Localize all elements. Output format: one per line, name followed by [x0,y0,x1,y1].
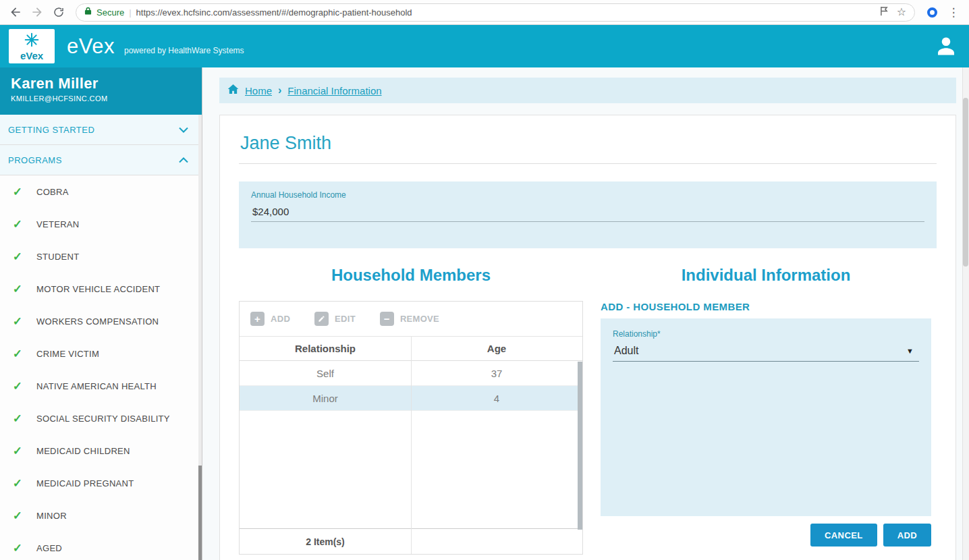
program-label: MOTOR VEHICLE ACCIDENT [36,284,160,294]
sidebar-item-student[interactable]: ✓STUDENT [0,240,202,273]
income-panel: Annual Household Income $24,000 [239,181,937,248]
member-form-panel: Relationship* Adult ▼ [601,318,931,516]
browser-toolbar: Secure | https://evex.hcfsinc.com/assess… [0,0,969,25]
remove-member-button[interactable]: − REMOVE [380,312,439,326]
breadcrumb-financial-link[interactable]: Financial Information [287,85,381,96]
household-members-title: Household Members [239,266,583,285]
edit-label: EDIT [335,314,356,324]
sidebar-section-programs[interactable]: PROGRAMS [0,145,202,175]
sidebar-item-aged[interactable]: ✓AGED [0,532,202,560]
lock-icon [84,6,92,18]
program-label: WORKERS COMPENSATION [36,316,159,327]
program-label: MEDICAID PREGNANT [36,478,134,488]
check-icon: ✓ [11,217,24,231]
refresh-icon[interactable] [50,3,67,21]
relationship-value: Adult [614,345,638,357]
address-bar[interactable]: Secure | https://evex.hcfsinc.com/assess… [76,3,915,22]
form-actions: CANCEL ADD [601,524,931,547]
check-icon: ✓ [11,314,24,329]
evex-logo: eVex [9,29,55,63]
check-icon: ✓ [11,476,24,491]
income-input[interactable]: $24,000 [251,200,924,222]
program-label: COBRA [36,187,69,197]
cancel-button[interactable]: CANCEL [810,524,877,547]
omnibox-divider: | [129,7,131,18]
check-icon: ✓ [11,250,24,264]
check-icon: ✓ [11,347,24,361]
add-button[interactable]: ADD [883,524,931,547]
remove-label: REMOVE [400,314,439,324]
patient-card: Jane Smith Annual Household Income $24,0… [219,115,956,560]
column-divider [411,337,412,554]
relationship-label: Relationship* [613,329,919,339]
chevron-down-icon [179,125,188,135]
sidebar-section-getting-started[interactable]: GETTING STARTED [0,115,202,145]
check-icon: ✓ [11,412,24,426]
cell-age: 4 [411,386,582,410]
breadcrumb: Home › Financial Information [219,78,956,103]
user-name: Karen Miller [11,75,191,92]
check-icon: ✓ [11,379,24,393]
cell-relationship: Self [240,361,411,385]
program-label: VETERAN [36,219,80,229]
flag-icon[interactable] [880,6,889,19]
breadcrumb-home-link[interactable]: Home [245,85,272,96]
section-label: GETTING STARTED [8,125,94,135]
forward-icon[interactable] [28,3,46,21]
title-divider [239,163,937,164]
sidebar-item-medicaid-children[interactable]: ✓MEDICAID CHILDREN [0,435,202,467]
chevron-up-icon [179,155,188,165]
table-toolbar: + ADD EDIT − REMOVE [240,302,582,337]
app-header: eVex eVex powered by HealthWare Systems [0,25,969,67]
dropdown-arrow-icon: ▼ [906,347,914,355]
check-icon: ✓ [11,541,24,555]
program-label: MEDICAID CHILDREN [36,446,130,456]
add-label: ADD [271,314,290,324]
minus-icon: − [380,312,394,326]
sidebar-item-cobra[interactable]: ✓COBRA [0,175,202,208]
relationship-select[interactable]: Adult ▼ [613,339,919,362]
powered-by-text: powered by HealthWare Systems [124,46,244,55]
sidebar-item-minor[interactable]: ✓MINOR [0,499,202,532]
home-icon[interactable] [227,84,239,97]
two-column-layout: Household Members + ADD EDIT [239,266,937,555]
sidebar-item-medicaid-pregnant[interactable]: ✓MEDICAID PREGNANT [0,467,202,499]
sidebar-item-workers-compensation[interactable]: ✓WORKERS COMPENSATION [0,305,202,337]
user-account-icon[interactable] [934,34,958,61]
edit-member-button[interactable]: EDIT [314,312,356,326]
cell-relationship: Minor [240,386,411,410]
household-members-table: + ADD EDIT − REMOVE [239,301,583,555]
income-label: Annual Household Income [251,190,924,200]
program-label: MINOR [36,511,67,521]
section-label: PROGRAMS [8,155,62,165]
check-icon: ✓ [11,509,24,523]
sidebar-item-social-security-disability[interactable]: ✓SOCIAL SECURITY DISABILITY [0,402,202,435]
back-icon[interactable] [7,3,24,21]
sidebar-user-panel: Karen Miller KMILLER@HCFSINC.COM [0,67,202,115]
cell-age: 37 [411,361,582,385]
url-text: https://evex.hcfsinc.com/assessment/#/de… [136,7,875,18]
program-label: STUDENT [36,252,80,262]
sidebar-item-crime-victim[interactable]: ✓CRIME VICTIM [0,337,202,370]
pencil-icon [314,312,329,326]
program-label: SOCIAL SECURITY DISABILITY [36,414,170,424]
sidebar-item-native-american-health[interactable]: ✓NATIVE AMERICAN HEALTH [0,370,202,402]
program-list: ✓COBRA ✓VETERAN ✓STUDENT ✓MOTOR VEHICLE … [0,175,202,560]
page-scrollbar[interactable] [962,67,969,560]
plus-icon: + [250,312,265,326]
sidebar-item-veteran[interactable]: ✓VETERAN [0,208,202,240]
app-name: eVex [67,34,115,59]
extension-icon[interactable] [923,3,941,21]
check-icon: ✓ [11,444,24,458]
sidebar-item-motor-vehicle-accident[interactable]: ✓MOTOR VEHICLE ACCIDENT [0,273,202,305]
column-header-age: Age [411,337,582,360]
sidebar: Karen Miller KMILLER@HCFSINC.COM GETTING… [0,67,202,560]
add-member-button[interactable]: + ADD [250,312,290,326]
sidebar-scrollbar[interactable] [198,115,202,560]
logo-text: eVex [20,51,43,61]
footer-empty-cell [411,529,582,554]
program-label: NATIVE AMERICAN HEALTH [36,381,157,391]
bookmark-star-icon[interactable]: ☆ [897,7,906,18]
menu-icon[interactable]: ⋮ [945,3,962,21]
table-scrollbar[interactable] [578,362,582,530]
